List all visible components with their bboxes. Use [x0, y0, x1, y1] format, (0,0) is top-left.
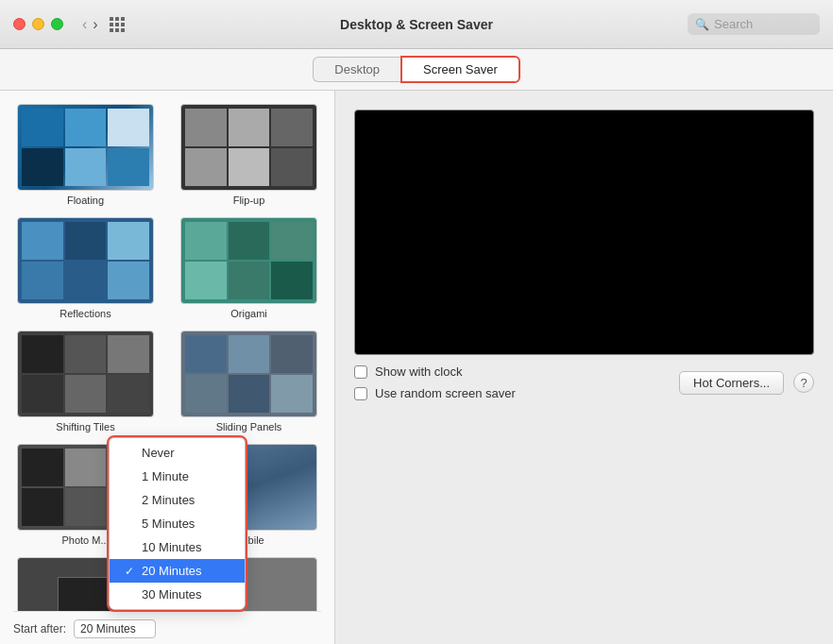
window-title: Desktop & Screen Saver	[340, 17, 493, 32]
list-item[interactable]: Sliding Panels	[177, 330, 321, 432]
minimize-button[interactable]	[32, 18, 44, 30]
use-random-checkbox[interactable]	[354, 387, 367, 400]
tabbar: Desktop Screen Saver	[0, 49, 833, 91]
saver-thumb-reflections	[17, 217, 154, 304]
screensaver-list: Floating Flip-up Reflections	[0, 91, 335, 644]
options-group: Show with clock Use random screen saver	[354, 364, 516, 400]
saver-label-floating: Floating	[67, 195, 104, 206]
option-row-random: Use random screen saver	[354, 386, 516, 400]
search-placeholder: Search	[714, 17, 753, 31]
saver-label-flipup: Flip-up	[233, 195, 265, 206]
show-clock-label: Show with clock	[375, 364, 462, 379]
nav-arrows: ‹ ›	[82, 17, 98, 32]
use-random-label: Use random screen saver	[375, 386, 516, 400]
show-clock-checkbox[interactable]	[354, 365, 367, 379]
dropdown-item-1min[interactable]: 1 Minute	[110, 465, 245, 488]
right-buttons: Hot Corners... ?	[679, 371, 814, 395]
preview-area	[354, 110, 814, 355]
check-5min	[125, 517, 136, 531]
bottom-row: Show with clock Use random screen saver …	[354, 364, 814, 415]
saver-label-sliding: Sliding Panels	[216, 421, 282, 432]
apps-grid-icon[interactable]	[110, 17, 125, 32]
fullscreen-button[interactable]	[51, 18, 63, 30]
dropdown-item-never[interactable]: Never	[110, 441, 245, 465]
dropdown-item-5min[interactable]: 5 Minutes	[110, 512, 245, 535]
search-icon: 🔍	[695, 18, 709, 31]
search-box[interactable]: 🔍 Search	[688, 13, 820, 35]
saver-label-photom: Photo M...	[61, 534, 109, 546]
saver-label-shifting: Shifting Tiles	[56, 421, 114, 432]
traffic-lights	[13, 18, 63, 30]
list-item[interactable]: Floating	[13, 104, 158, 206]
back-button[interactable]: ‹	[82, 17, 87, 32]
dropdown-item-2min[interactable]: 2 Minutes	[110, 488, 245, 512]
saver-label-reflections: Reflections	[60, 308, 110, 319]
check-never	[125, 447, 136, 460]
hot-corners-button[interactable]: Hot Corners...	[679, 371, 784, 395]
forward-button[interactable]: ›	[93, 17, 97, 32]
saver-thumb-floating	[17, 104, 154, 191]
start-after-label: Start after:	[13, 622, 66, 636]
list-item[interactable]: Flip-up	[177, 104, 321, 206]
check-10min	[125, 541, 136, 554]
tab-screensaver[interactable]: Screen Saver	[400, 56, 520, 83]
check-2min	[125, 494, 136, 507]
list-item[interactable]: Reflections	[13, 217, 158, 319]
option-row-clock: Show with clock	[354, 364, 516, 379]
dropdown-item-10min[interactable]: 10 Minutes	[110, 535, 245, 559]
titlebar: ‹ › Desktop & Screen Saver 🔍 Search	[0, 0, 833, 49]
check-20min: ✓	[125, 565, 136, 578]
dropdown-item-20min[interactable]: ✓ 20 Minutes	[110, 559, 245, 583]
saver-thumb-origami	[180, 217, 317, 304]
dropdown-item-30min[interactable]: 30 Minutes	[110, 583, 245, 606]
saver-label-origami: Origami	[230, 308, 267, 319]
main-content: Floating Flip-up Reflections	[0, 91, 833, 644]
help-button[interactable]: ?	[793, 372, 814, 393]
close-button[interactable]	[13, 18, 26, 30]
saver-thumb-sliding	[180, 330, 317, 417]
check-1min	[125, 470, 136, 483]
saver-thumb-flipup	[180, 104, 317, 191]
dropdown-menu: Never 1 Minute 2 Minutes 5 Minutes 10 Mi…	[109, 437, 246, 610]
tab-desktop[interactable]: Desktop	[313, 57, 400, 82]
saver-thumb-shifting	[17, 330, 154, 417]
list-item[interactable]: Origami	[177, 217, 321, 319]
start-after-row: Start after: Never 1 Minute 2 Minutes 5 …	[13, 611, 321, 644]
list-item[interactable]: Shifting Tiles	[13, 330, 158, 432]
right-panel: Show with clock Use random screen saver …	[335, 91, 833, 644]
start-after-select[interactable]: Never 1 Minute 2 Minutes 5 Minutes 10 Mi…	[74, 619, 156, 638]
check-30min	[125, 588, 136, 602]
